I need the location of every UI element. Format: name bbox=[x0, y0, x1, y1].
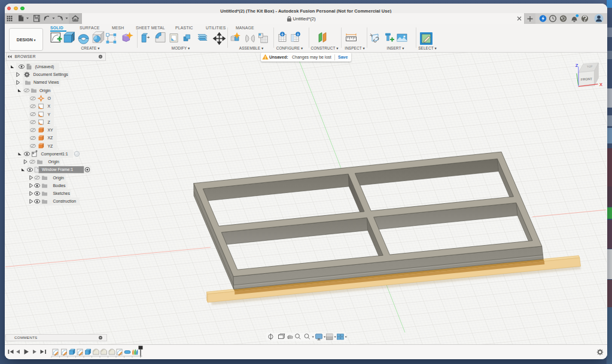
svg-text:COMMENTS: COMMENTS bbox=[14, 335, 37, 339]
svg-text:Named Views: Named Views bbox=[34, 80, 59, 84]
svg-text:Bodies: Bodies bbox=[53, 183, 66, 188]
svg-text:Sketches: Sketches bbox=[53, 191, 71, 195]
svg-text:XZ: XZ bbox=[48, 136, 53, 140]
svg-text:X: X bbox=[48, 104, 51, 108]
svg-text:BROWSER: BROWSER bbox=[14, 54, 35, 59]
svg-text:Component1:1: Component1:1 bbox=[41, 152, 68, 157]
svg-text:Origin: Origin bbox=[48, 160, 60, 164]
svg-text:X: X bbox=[599, 81, 602, 87]
svg-text:!: ! bbox=[264, 56, 266, 60]
svg-text:FRONT: FRONT bbox=[581, 77, 593, 81]
svg-text:Y: Y bbox=[48, 112, 51, 117]
svg-text:Construction: Construction bbox=[53, 199, 77, 203]
svg-text:(Unsaved): (Unsaved) bbox=[35, 65, 54, 69]
svg-text:Origin: Origin bbox=[39, 88, 51, 93]
svg-text:Z: Z bbox=[576, 62, 578, 68]
svg-text:Origin: Origin bbox=[53, 176, 65, 181]
svg-text:TOP: TOP bbox=[587, 65, 593, 68]
svg-text:Z: Z bbox=[48, 120, 50, 124]
svg-text:O: O bbox=[48, 96, 51, 100]
svg-text:Document Settings: Document Settings bbox=[34, 72, 69, 77]
svg-text:Window Frame:1: Window Frame:1 bbox=[42, 167, 73, 172]
svg-text:YZ: YZ bbox=[48, 144, 53, 148]
svg-text:XY: XY bbox=[48, 128, 54, 132]
